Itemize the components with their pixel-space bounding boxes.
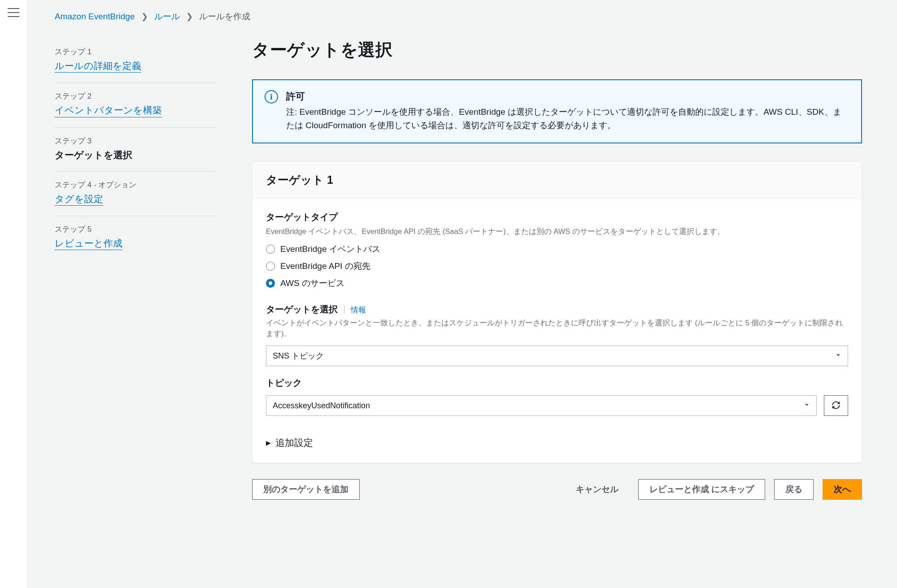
radio-eventbridge-api[interactable]: EventBridge API の宛先 (266, 260, 848, 272)
triangle-right-icon: ▶ (266, 439, 271, 446)
topic-label: トピック (266, 377, 848, 389)
info-icon: i (265, 90, 278, 104)
topic-select[interactable]: AccesskeyUsedNotification (266, 395, 817, 416)
radio-icon (266, 262, 275, 271)
permissions-info-box: i 許可 注: EventBridge コンソールを使用する場合、EventBr… (252, 79, 862, 143)
additional-settings-toggle[interactable]: ▶ 追加設定 (266, 437, 848, 449)
info-body: 注: EventBridge コンソールを使用する場合、EventBridge … (286, 105, 849, 133)
topic-value: AccesskeyUsedNotification (273, 401, 370, 411)
breadcrumb-rules[interactable]: ルール (154, 11, 180, 22)
chevron-right-icon: ❯ (141, 12, 148, 22)
add-another-target-button[interactable]: 別のターゲットを追加 (252, 479, 360, 500)
step-label: ステップ 2 (55, 91, 216, 101)
step-link-build-pattern[interactable]: イベントパターンを構築 (55, 104, 162, 117)
step-label: ステップ 3 (55, 136, 216, 146)
info-title: 許可 (286, 90, 849, 103)
refresh-button[interactable] (824, 395, 848, 416)
menu-icon[interactable] (8, 8, 19, 17)
chevron-right-icon: ❯ (186, 12, 193, 22)
target-panel: ターゲット 1 ターゲットタイプ EventBridge イベントバス、Even… (252, 161, 862, 463)
target-heading: ターゲット 1 (266, 173, 848, 187)
target-service-value: SNS トピック (273, 350, 324, 361)
step-label: ステップ 1 (55, 47, 216, 57)
step-link-review-create[interactable]: レビューと作成 (55, 237, 122, 250)
breadcrumb: Amazon EventBridge ❯ ルール ❯ ルールを作成 (55, 11, 877, 22)
step-link-configure-tags[interactable]: タグを設定 (55, 193, 103, 206)
refresh-icon (832, 401, 840, 411)
target-type-label: ターゲットタイプ (266, 211, 848, 223)
radio-icon (266, 279, 275, 288)
target-type-help: EventBridge イベントバス、EventBridge API の宛先 (… (266, 226, 848, 237)
breadcrumb-service[interactable]: Amazon EventBridge (55, 12, 135, 22)
caret-down-icon (804, 401, 810, 411)
back-button[interactable]: 戻る (774, 479, 814, 500)
footer-actions: 別のターゲットを追加 キャンセル レビューと作成 にスキップ 戻る 次へ (252, 479, 862, 500)
cancel-button[interactable]: キャンセル (565, 479, 629, 500)
target-type-radio-group: EventBridge イベントバス EventBridge API の宛先 A… (266, 243, 848, 289)
radio-icon (266, 245, 275, 254)
info-link[interactable]: 情報 (351, 305, 366, 315)
wizard-steps: ステップ 1 ルールの詳細を定義 ステップ 2 イベントパターンを構築 ステップ… (55, 39, 216, 260)
target-service-select[interactable]: SNS トピック (266, 346, 848, 366)
select-target-label: ターゲットを選択 (266, 303, 338, 316)
breadcrumb-current: ルールを作成 (199, 11, 250, 22)
step-label: ステップ 5 (55, 224, 216, 234)
skip-to-review-button[interactable]: レビューと作成 にスキップ (638, 479, 765, 500)
page-title: ターゲットを選択 (252, 39, 862, 61)
step-label: ステップ 4 - オプション (55, 180, 216, 190)
radio-aws-service[interactable]: AWS のサービス (266, 277, 848, 289)
step-link-define-details[interactable]: ルールの詳細を定義 (55, 60, 141, 73)
step-current-select-target: ターゲットを選択 (55, 149, 216, 161)
caret-down-icon (835, 351, 841, 361)
next-button[interactable]: 次へ (823, 479, 862, 500)
select-target-help: イベントがイベントパターンと一致したとき、またはスケジュールがトリガーされたとき… (266, 317, 848, 340)
radio-eventbridge-bus[interactable]: EventBridge イベントバス (266, 243, 848, 255)
